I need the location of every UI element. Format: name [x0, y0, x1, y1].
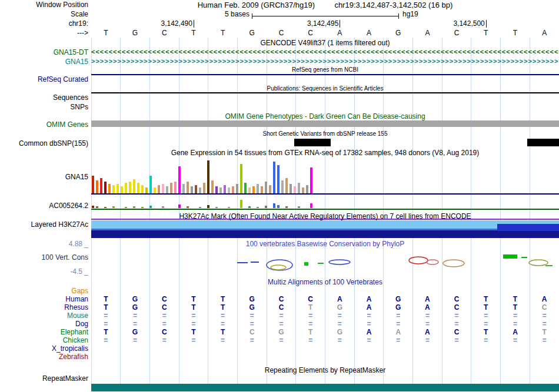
gtex-expression-bar[interactable] — [219, 187, 222, 193]
h3k27ac-layer-right[interactable] — [497, 224, 559, 231]
repeatmasker-item[interactable] — [91, 384, 559, 391]
gtex-expression-bar[interactable] — [273, 162, 275, 193]
gencode-track-title[interactable]: GENCODE V49lift37 (1 items filtered out) — [91, 39, 559, 47]
species-label-gaps[interactable]: Gaps — [0, 287, 88, 295]
gtex-expression-bar[interactable] — [265, 182, 267, 193]
phylop-conservation-plot[interactable] — [91, 246, 559, 275]
gtex-expression-bar[interactable] — [117, 184, 119, 193]
gtex-expression-bar[interactable] — [145, 187, 148, 193]
omim-gene-item[interactable] — [91, 120, 559, 127]
track-label-phylop[interactable]: 100 Vert. Cons — [0, 253, 88, 262]
gtex-expression-bar[interactable] — [203, 183, 205, 193]
ac005264-bar[interactable] — [310, 203, 312, 208]
gtex-expression-bar[interactable] — [277, 165, 280, 193]
ac005264-bar[interactable] — [125, 207, 127, 208]
species-label-x-tropicalis[interactable]: X_tropicalis — [0, 344, 88, 353]
gtex-expression-bar[interactable] — [199, 187, 201, 193]
gtex-expression-bar[interactable] — [129, 182, 131, 193]
gtex-expression-bar[interactable] — [298, 183, 300, 193]
ac005264-bar[interactable] — [215, 207, 218, 208]
phylop-track-title[interactable]: 100 vertebrates Basewise Conservation by… — [91, 240, 559, 248]
gtex-expression-bar[interactable] — [166, 186, 168, 193]
track-label-h3k27ac[interactable]: Layered H3K27Ac — [0, 220, 88, 229]
track-label-ac005264[interactable]: AC005264.2 — [0, 202, 88, 210]
gtex-expression-bar[interactable] — [108, 184, 111, 193]
ac005264-bar[interactable] — [240, 200, 242, 208]
h3k27ac-track-title[interactable]: H3K27Ac Mark (Often Found Near Active Re… — [91, 212, 559, 220]
gtex-expression-bar[interactable] — [252, 186, 255, 193]
species-label-dog[interactable]: Dog — [0, 320, 88, 328]
h3k27ac-layer-dark[interactable] — [91, 230, 559, 238]
gtex-expression-bar[interactable] — [170, 183, 172, 193]
refseq-track-title[interactable]: RefSeq genes from NCBI — [91, 66, 559, 73]
track-label-gna15[interactable]: GNA15 — [0, 58, 88, 66]
gtex-expression-bar[interactable] — [290, 184, 292, 193]
gtex-expression-bar[interactable] — [158, 185, 160, 193]
track-label-gtex-gna15[interactable]: GNA15 — [0, 173, 88, 181]
gtex-expression-bar[interactable] — [154, 187, 156, 193]
multiz-track-title[interactable]: Multiz Alignments of 100 Vertebrates — [91, 278, 559, 286]
ac005264-bar[interactable] — [228, 207, 230, 208]
track-label-refseq[interactable]: RefSeq Curated — [0, 75, 88, 83]
h3k27ac-layer-light[interactable] — [91, 220, 559, 229]
ac005264-bar[interactable] — [96, 206, 98, 208]
ac005264-bar[interactable] — [104, 207, 107, 208]
species-label-elephant[interactable]: Elephant — [0, 328, 88, 336]
gtex-expression-bar[interactable] — [248, 187, 251, 193]
track-label-dbsnp[interactable]: Common dbSNP(155) — [0, 139, 88, 148]
ac005264-bar[interactable] — [133, 206, 135, 208]
track-label-omim[interactable]: OMIM Genes — [0, 120, 88, 129]
gtex-expression-bar[interactable] — [137, 183, 139, 193]
gtex-expression-bar[interactable] — [100, 178, 102, 193]
gtex-expression-bar[interactable] — [133, 179, 135, 193]
publications-track-title[interactable]: Publications: Sequences in Scientific Ar… — [91, 85, 559, 92]
gtex-expression-bar[interactable] — [211, 180, 214, 193]
gtex-expression-bar[interactable] — [302, 187, 304, 193]
gtex-expression-bar[interactable] — [112, 185, 115, 193]
ac005264-bar[interactable] — [199, 207, 201, 208]
gna15-dt-strand-arrows[interactable]: <<<<<<<<<<<<<<<<<<<<<<<<<<<<<<<<<<<<<<<<… — [91, 48, 559, 56]
ac005264-bar[interactable] — [112, 206, 115, 208]
species-label-chicken[interactable]: Chicken — [0, 336, 88, 344]
gna15-strand-arrows[interactable]: >>>>>>>>>>>>>>>>>>>>>>>>>>>>>>>>>>>>>>>>… — [91, 58, 559, 65]
gtex-expression-bar[interactable] — [104, 182, 107, 193]
ac005264-bar[interactable] — [92, 206, 94, 208]
track-label-repeatmasker[interactable]: RepeatMasker — [0, 374, 88, 383]
species-label-rhesus[interactable]: Rhesus — [0, 303, 88, 311]
gtex-expression-bar[interactable] — [236, 184, 238, 193]
ac005264-bar[interactable] — [265, 206, 267, 208]
gtex-expression-bar[interactable] — [96, 180, 98, 193]
ac005264-bar[interactable] — [162, 206, 164, 208]
species-label-human[interactable]: Human — [0, 295, 88, 303]
omim-track-title[interactable]: OMIM Gene Phenotypes - Dark Green Can Be… — [91, 112, 559, 120]
ac005264-bar[interactable] — [285, 206, 288, 208]
gtex-expression-bar[interactable] — [306, 185, 308, 193]
gtex-expression-bar[interactable] — [178, 166, 181, 193]
gtex-expression-bar[interactable] — [92, 176, 94, 193]
refseq-gene-item[interactable] — [91, 74, 559, 75]
ac005264-bar[interactable] — [207, 205, 209, 208]
gtex-expression-bar[interactable] — [141, 185, 144, 193]
gtex-expression-bar[interactable] — [215, 186, 218, 193]
gtex-expression-bar[interactable] — [294, 186, 296, 193]
gtex-expression-bar[interactable] — [269, 185, 271, 193]
gtex-expression-bar[interactable] — [121, 186, 123, 193]
track-label-gna15-dt[interactable]: GNA15-DT — [0, 48, 88, 56]
track-label-snps[interactable]: SNPs — [0, 103, 88, 111]
gtex-expression-bar[interactable] — [285, 178, 288, 193]
publications-sequence-item[interactable] — [91, 92, 559, 93]
gtex-expression-bar[interactable] — [125, 183, 127, 193]
gtex-expression-bar[interactable] — [207, 160, 209, 193]
ac005264-bar[interactable] — [273, 203, 275, 208]
dbsnp-track-title[interactable]: Short Genetic Variants from dbSNP releas… — [91, 130, 559, 137]
gtex-expression-bar[interactable] — [232, 186, 234, 193]
gtex-expression-bar[interactable] — [162, 184, 164, 193]
ac005264-bar[interactable] — [277, 205, 280, 208]
ac005264-bar[interactable] — [178, 205, 181, 208]
species-label-mouse[interactable]: Mouse — [0, 311, 88, 320]
gtex-expression-bar[interactable] — [174, 182, 177, 193]
gtex-expression-bar[interactable] — [257, 184, 259, 193]
gtex-track-title[interactable]: Gene Expression in 54 tissues from GTEx … — [91, 149, 559, 157]
gtex-expression-bar[interactable] — [224, 185, 226, 193]
gtex-expression-bar[interactable] — [240, 164, 242, 193]
